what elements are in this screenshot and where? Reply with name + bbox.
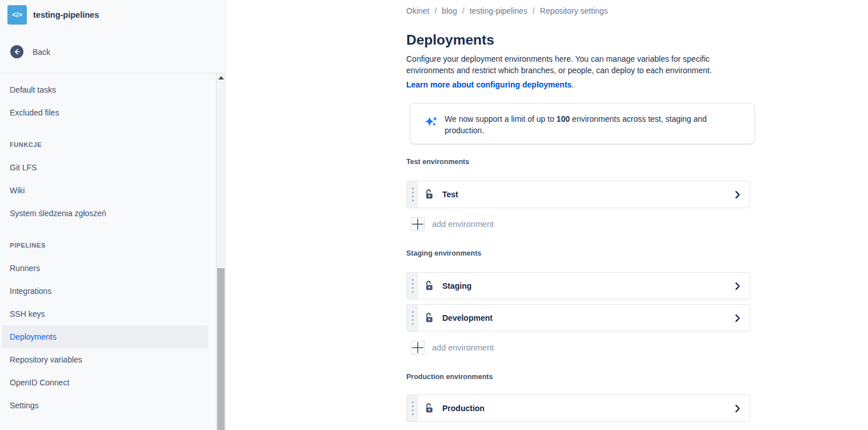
add-environment-button-staging[interactable]: add environment [411, 341, 494, 355]
sidebar-item-deployments[interactable]: Deployments [2, 325, 208, 348]
banner-text: We now support a limit of up to 100 envi… [445, 113, 720, 136]
plus-icon [411, 217, 425, 231]
sidebar-item-settings[interactable]: Settings [2, 394, 208, 417]
plus-icon [411, 341, 425, 355]
arrow-left-icon [10, 45, 23, 58]
breadcrumb-repository-settings[interactable]: Repository settings [540, 6, 608, 16]
unlocked-padlock-icon [424, 189, 434, 200]
sidebar-item-wiki[interactable]: Wiki [2, 179, 208, 202]
drag-handle-dots-icon[interactable] [407, 181, 418, 208]
section-label-staging-environments: Staging environments [406, 249, 750, 257]
ai-sparkles-icon [425, 115, 438, 130]
page-title: Deployments [406, 31, 750, 49]
back-label: Back [33, 47, 50, 57]
sidebar-item-excluded-files[interactable]: Excluded files [2, 101, 208, 124]
banner-limit-value: 100 [557, 114, 570, 124]
repo-title: testing-pipelines [33, 10, 99, 19]
sidebar-item-issue-tracker[interactable]: System śledzenia zgłoszeń [2, 202, 208, 225]
breadcrumb: Okinet / blog / testing-pipelines / Repo… [406, 6, 750, 16]
breadcrumb-workspace[interactable]: Okinet [406, 6, 429, 16]
environment-row-production[interactable]: Production [406, 395, 750, 422]
environment-name: Test [442, 190, 458, 199]
chevron-right-icon [735, 181, 740, 208]
triangle-up-icon[interactable] [218, 76, 224, 79]
environment-name: Staging [442, 281, 471, 290]
breadcrumb-project[interactable]: blog [442, 6, 457, 16]
drag-handle-dots-icon[interactable] [407, 305, 418, 331]
unlocked-padlock-icon [424, 403, 434, 413]
breadcrumb-separator: / [533, 6, 535, 16]
sidebar-item-repository-variables[interactable]: Repository variables [2, 348, 208, 371]
sidebar-item-ssh-keys[interactable]: SSH keys [2, 302, 208, 325]
unlocked-padlock-icon [424, 313, 434, 323]
chevron-right-icon [735, 305, 740, 331]
breadcrumb-separator: / [462, 6, 465, 16]
sidebar-section-funkcje: FUNKCJE [0, 136, 217, 154]
sidebar-item-default-tasks[interactable]: Default tasks [2, 78, 208, 101]
learn-more-row: Learn more about configuring deployments… [406, 79, 750, 90]
environments-limit-banner: We now support a limit of up to 100 envi… [410, 103, 755, 144]
chevron-right-icon [735, 395, 740, 421]
page-description: Configure your deployment environments h… [406, 53, 719, 76]
breadcrumb-repository[interactable]: testing-pipelines [470, 6, 527, 16]
environment-name: Development [442, 313, 493, 322]
sidebar-header: </> testing-pipelines [7, 5, 99, 25]
scrollbar-thumb[interactable] [217, 268, 225, 430]
repo-avatar-code-icon[interactable]: </> [7, 5, 27, 25]
breadcrumb-separator: / [434, 6, 437, 16]
chevron-right-icon [735, 273, 740, 299]
sidebar: </> testing-pipelines Back Default tasks… [0, 0, 226, 430]
drag-handle-dots-icon[interactable] [407, 395, 418, 421]
add-environment-button-test[interactable]: add environment [411, 217, 494, 231]
sidebar-item-integrations[interactable]: Integrations [2, 280, 208, 302]
environment-row-test[interactable]: Test [406, 181, 750, 208]
sidebar-item-runners[interactable]: Runners [2, 257, 208, 280]
sidebar-scrollbar [216, 73, 225, 430]
learn-more-link[interactable]: Learn more about configuring deployments [406, 80, 571, 89]
add-environment-label: add environment [432, 343, 494, 352]
drag-handle-dots-icon[interactable] [407, 273, 418, 299]
learn-more-suffix: . [571, 80, 574, 89]
main-content: Okinet / blog / testing-pipelines / Repo… [226, 0, 868, 430]
environment-row-staging[interactable]: Staging [406, 272, 750, 300]
section-label-test-environments: Test environments [406, 158, 750, 166]
sidebar-section-pipelines: PIPELINES [0, 236, 217, 254]
back-button[interactable]: Back [10, 45, 50, 58]
environment-name: Production [442, 404, 485, 413]
sidebar-item-git-lfs[interactable]: Git LFS [2, 156, 208, 179]
environment-row-development[interactable]: Development [406, 304, 750, 332]
sidebar-item-openid-connect[interactable]: OpenID Connect [2, 371, 208, 394]
unlocked-padlock-icon [424, 281, 434, 291]
sidebar-nav: Default tasks Excluded files FUNKCJE Git… [0, 73, 217, 417]
add-environment-label: add environment [432, 220, 494, 229]
section-label-production-environments: Production environments [406, 373, 750, 381]
